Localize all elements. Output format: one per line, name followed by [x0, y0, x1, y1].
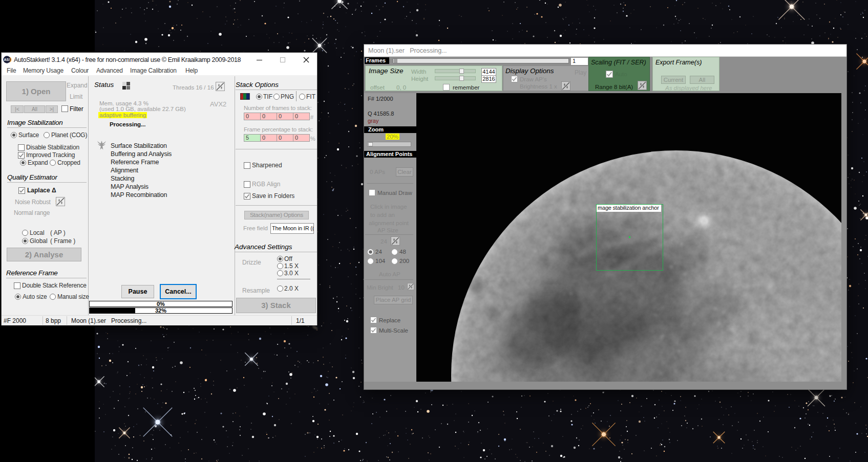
svg-text:AS!: AS! — [4, 58, 10, 61]
